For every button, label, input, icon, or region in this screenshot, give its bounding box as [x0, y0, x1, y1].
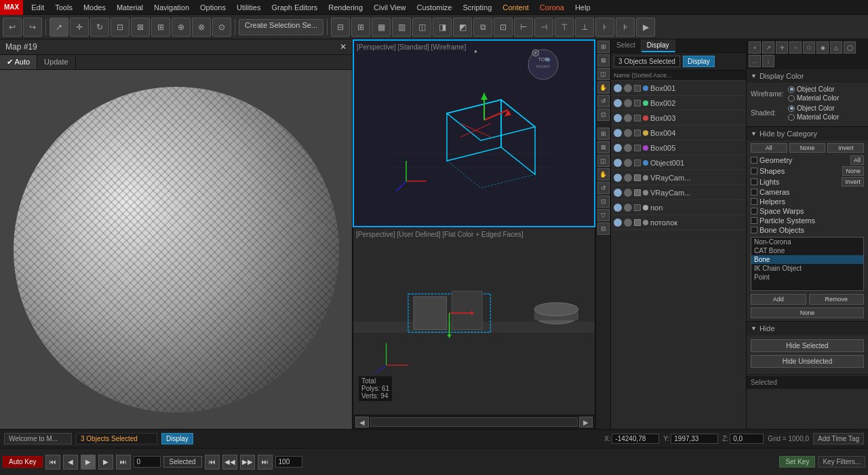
obj-Box002[interactable]: Box002: [611, 96, 746, 111]
obj-Box003[interactable]: Box003: [611, 111, 746, 126]
menu-content[interactable]: Content: [497, 0, 534, 15]
redo-btn[interactable]: ↪: [23, 18, 42, 37]
eye-Object001[interactable]: [614, 159, 622, 167]
menu-modes[interactable]: Modes: [78, 0, 111, 15]
wireframe-object-radio[interactable]: [788, 86, 795, 93]
move-btn[interactable]: ✛: [70, 18, 89, 37]
obj-VRayCam1[interactable]: VRayCam...: [611, 170, 746, 185]
options2-icon[interactable]: ⊟: [597, 223, 610, 235]
move-props-btn[interactable]: ✛: [776, 41, 788, 54]
tb1[interactable]: ⊟: [331, 18, 350, 37]
menu-help[interactable]: Help: [570, 0, 596, 15]
display-color-header[interactable]: ▼ Display Color: [747, 69, 868, 83]
cat-ik-chain[interactable]: IK Chain Object: [751, 264, 863, 273]
cat-point[interactable]: Point: [751, 273, 863, 282]
tb11[interactable]: ⊣: [534, 18, 553, 37]
cat-geometry-cb[interactable]: [751, 157, 757, 164]
cat-cameras-cb[interactable]: [751, 189, 757, 195]
scale2-btn[interactable]: ⊠: [131, 18, 150, 37]
cat-spacewarps-cb[interactable]: [751, 208, 757, 214]
tb3[interactable]: ▦: [372, 18, 391, 37]
shaded-material-radio[interactable]: [788, 114, 795, 121]
z-input[interactable]: [730, 434, 764, 444]
more-props-btn[interactable]: …: [749, 55, 761, 67]
field-of-view-icon[interactable]: ◫: [597, 68, 610, 80]
selection-dropdown[interactable]: Create Selection Se...: [239, 19, 323, 35]
object-list[interactable]: Box001 Box002 Box003: [611, 81, 746, 429]
filter-icon[interactable]: ▽: [597, 209, 610, 221]
menu-options[interactable]: Options: [195, 0, 231, 15]
hbc-none-btn[interactable]: None: [789, 143, 826, 153]
timeline-misc1[interactable]: ⏮: [205, 455, 220, 470]
menu-tools[interactable]: Tools: [50, 0, 78, 15]
freeze-Box003[interactable]: [624, 114, 632, 122]
pan-icon[interactable]: ✋: [597, 81, 610, 94]
tb4[interactable]: ▥: [392, 18, 411, 37]
viewport-bottom[interactable]: [Perspective] [User Defined] [Flat Color…: [353, 227, 595, 415]
eye-Box002[interactable]: [614, 99, 622, 107]
tb5[interactable]: ◫: [412, 18, 431, 37]
hbc-invert-btn[interactable]: Invert: [827, 143, 864, 153]
display-mode-badge[interactable]: Display: [683, 56, 715, 67]
obj-potolok[interactable]: потолок: [611, 215, 746, 230]
go-end-btn[interactable]: ⏭: [116, 455, 131, 470]
shaded-material-color[interactable]: Material Color: [788, 113, 839, 121]
zoom-all-icon[interactable]: ⊠: [597, 54, 610, 66]
wireframe-material-color[interactable]: Material Color: [788, 94, 839, 102]
obj-VRayCam2[interactable]: VRayCam...: [611, 185, 746, 200]
zoom-selected-icon[interactable]: ◫: [597, 155, 610, 167]
wireframe-material-radio[interactable]: [788, 95, 795, 102]
tb8[interactable]: ⧉: [473, 18, 492, 37]
timeline-misc3[interactable]: ▶▶: [240, 455, 255, 470]
tb12[interactable]: ⊤: [555, 18, 574, 37]
cat-add-btn[interactable]: Add: [751, 294, 806, 305]
arc-rotate2-icon[interactable]: ↺: [597, 182, 610, 194]
cat-shapes-none[interactable]: None: [842, 166, 864, 176]
cat-bone-cb[interactable]: [751, 227, 757, 233]
x-input[interactable]: [612, 434, 659, 444]
torus-props-btn[interactable]: ◯: [844, 41, 856, 54]
obj-Box004[interactable]: Box004: [611, 126, 746, 140]
obj-Box005[interactable]: Box005: [611, 140, 746, 155]
select-btn[interactable]: ↗: [50, 18, 68, 37]
scroll-right[interactable]: ▶: [579, 417, 593, 428]
freeze-Box005[interactable]: [624, 144, 632, 152]
menu-material[interactable]: Material: [111, 0, 149, 15]
category-list-box[interactable]: Non-Corona CAT Bone Bone IK Chain Object…: [751, 237, 864, 291]
next-frame-btn[interactable]: ▶: [98, 455, 113, 470]
shaded-object-radio[interactable]: [788, 105, 795, 112]
cat-lights-invert[interactable]: Invert: [842, 177, 864, 187]
freeze-Box004[interactable]: [624, 129, 632, 137]
tb14[interactable]: ⊦: [595, 18, 614, 37]
ref-btn[interactable]: ⊞: [151, 18, 170, 37]
eye-potolok[interactable]: [614, 218, 622, 227]
menu-customize[interactable]: Customize: [412, 0, 458, 15]
add-props-btn[interactable]: +: [749, 41, 761, 54]
tb16[interactable]: ▶: [636, 18, 655, 37]
eye-VRayCam2[interactable]: [614, 189, 622, 197]
tb13[interactable]: ⊥: [575, 18, 594, 37]
selected-dropdown[interactable]: Selected: [163, 456, 202, 468]
menu-corona[interactable]: Corona: [534, 0, 570, 15]
y-input[interactable]: [671, 434, 718, 444]
eye-Box004[interactable]: [614, 129, 622, 137]
tb9[interactable]: ⊡: [494, 18, 513, 37]
cat-cat-bone[interactable]: CAT Bone: [751, 246, 863, 255]
snap2-btn[interactable]: ⊗: [192, 18, 211, 37]
box-props-btn[interactable]: □: [803, 41, 815, 54]
display-label[interactable]: Display: [161, 433, 193, 444]
menu-edit[interactable]: Edit: [26, 0, 50, 15]
freeze-Box001[interactable]: [624, 84, 632, 92]
go-start-btn[interactable]: ⏮: [45, 455, 60, 470]
hide-by-category-header[interactable]: ▼ Hide by Category: [747, 127, 868, 140]
cone-props-btn[interactable]: △: [830, 41, 842, 54]
sphere-props-btn[interactable]: ○: [789, 41, 802, 54]
scroll-left[interactable]: ◀: [355, 417, 369, 428]
menu-scripting[interactable]: Scripting: [458, 0, 498, 15]
menu-graph-editors[interactable]: Graph Editors: [266, 0, 323, 15]
cat-none-btn[interactable]: None: [751, 307, 864, 318]
tb7[interactable]: ◩: [453, 18, 472, 37]
tb15[interactable]: ⊧: [616, 18, 635, 37]
freeze-VRayCam1[interactable]: [624, 174, 632, 182]
cat-shapes-cb[interactable]: [751, 168, 757, 174]
